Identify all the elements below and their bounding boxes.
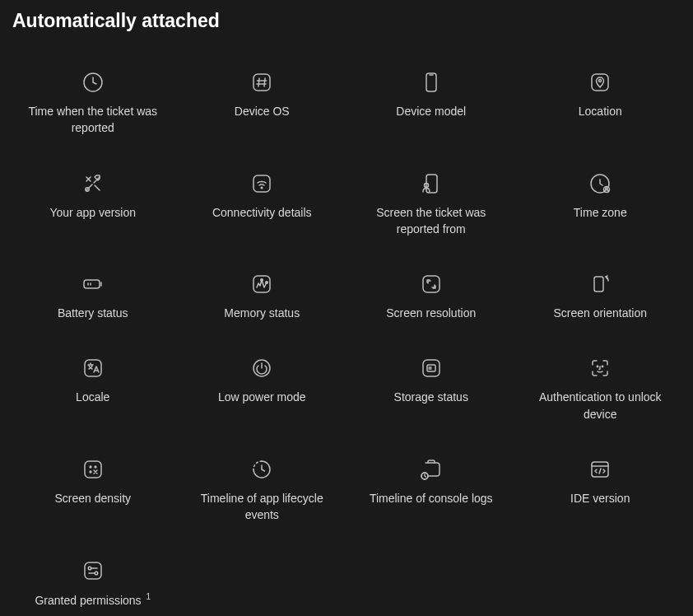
attachment-label: Low power mode [218, 389, 306, 405]
console-log-icon [421, 459, 442, 480]
attachment-item: Your app version [12, 173, 174, 238]
attachment-label: Your app version [49, 204, 136, 221]
attachment-item: Screen the ticket was reported from [351, 173, 512, 238]
attachment-grid: Time when the ticket was reportedDevice … [12, 72, 681, 609]
attachment-label: Screen density [54, 490, 131, 506]
page-title: Automatically attached [12, 10, 681, 32]
attachment-label: Time zone [574, 204, 627, 221]
location-pin-icon [589, 72, 611, 93]
attachment-item: Memory status [182, 273, 343, 321]
wifi-icon [251, 173, 272, 194]
power-icon [251, 357, 272, 379]
density-icon [82, 459, 104, 480]
attachment-label: Connectivity details [212, 204, 312, 221]
attachment-label: Battery status [58, 305, 128, 321]
timezone-icon [589, 173, 611, 194]
attachment-item: Authentication to unlock device [520, 357, 681, 422]
attachment-item: Timeline of console logs [351, 459, 512, 524]
translate-icon [82, 357, 104, 379]
attachment-label: Screen orientation [553, 305, 647, 321]
timeline-icon [251, 459, 272, 480]
attachment-item: Timeline of app lifecycle events [182, 459, 343, 524]
tools-icon [82, 173, 104, 194]
attachment-label: Timeline of console logs [370, 490, 493, 506]
attachment-item: Battery status [12, 273, 174, 321]
attachment-label: Device model [396, 103, 466, 119]
permissions-icon [82, 560, 104, 581]
attachment-label: Time when the ticket was reported [23, 103, 163, 137]
attachment-item: Time zone [520, 173, 681, 238]
attachment-label: Device OS [235, 103, 290, 119]
attachment-label: Screen the ticket was reported from [361, 204, 501, 238]
attachment-item: Granted permissions 1 [12, 560, 174, 609]
attachment-label: Granted permissions 1 [35, 591, 151, 609]
attachment-item: Location [520, 72, 681, 137]
attachment-label: IDE version [570, 490, 630, 506]
attachment-label: Timeline of app lifecycle events [192, 490, 332, 524]
attachment-item: Device OS [182, 72, 343, 137]
phone-icon [421, 72, 442, 93]
attachment-label: Storage status [394, 389, 468, 405]
attachment-item: Screen resolution [351, 273, 512, 321]
footnote-marker: 1 [147, 592, 151, 601]
attachment-item: Locale [12, 357, 174, 422]
attachment-label: Memory status [224, 305, 300, 321]
battery-icon [82, 273, 104, 295]
rotate-icon [589, 273, 611, 295]
expand-icon [421, 273, 442, 295]
attachment-item: Device model [351, 72, 512, 137]
attachment-label: Screen resolution [386, 305, 476, 321]
attachment-label: Authentication to unlock device [530, 389, 670, 422]
attachment-item: IDE version [520, 459, 681, 524]
storage-icon [421, 357, 442, 379]
attachment-item: Screen orientation [520, 273, 681, 321]
attachment-label: Location [579, 103, 622, 119]
attachment-item: Storage status [351, 357, 512, 422]
attachment-item: Time when the ticket was reported [12, 72, 174, 137]
memory-icon [251, 273, 272, 295]
attachment-item: Screen density [12, 459, 174, 524]
ide-icon [589, 459, 611, 480]
hash-icon [251, 72, 272, 93]
face-id-icon [589, 357, 611, 379]
clock-icon [82, 72, 104, 93]
screen-user-icon [421, 173, 442, 194]
attachment-item: Low power mode [182, 357, 343, 422]
attachment-label: Locale [76, 389, 109, 405]
attachment-item: Connectivity details [182, 173, 343, 238]
